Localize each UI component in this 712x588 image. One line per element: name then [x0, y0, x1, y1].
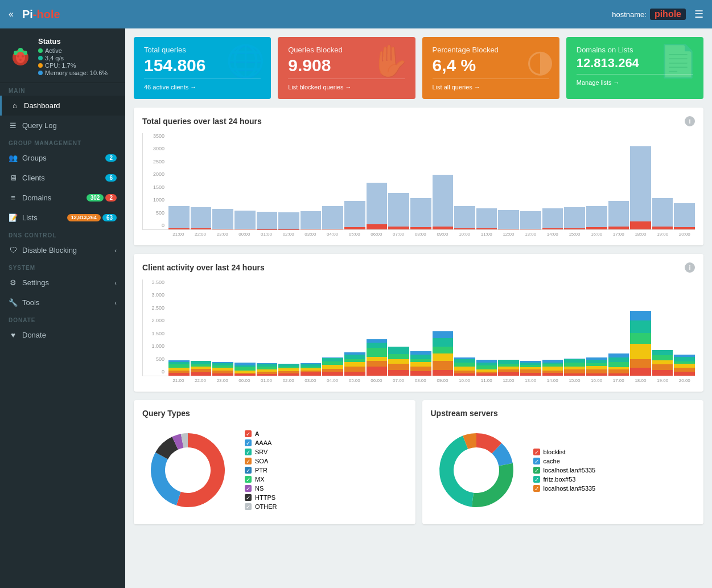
client-bar-segment [476, 365, 497, 369]
client-bar-segment [433, 338, 454, 347]
client-bar-group [257, 363, 278, 376]
sidebar-item-disable-blocking[interactable]: 🛡 Disable Blocking ‹ [0, 240, 125, 260]
bar-group [344, 201, 365, 229]
bar-normal [608, 201, 629, 227]
bar-normal [212, 209, 233, 228]
lists-icon: 📝 [9, 213, 18, 222]
client-bar-group [630, 311, 651, 376]
client-bar-segment [367, 343, 388, 348]
client-bar-segment [344, 355, 365, 359]
client-bar-group [410, 351, 431, 376]
domains-badges: 302 2 [87, 194, 117, 202]
bar-group [212, 209, 233, 229]
qps-dot [38, 56, 43, 60]
client-bar-segment [344, 372, 365, 376]
legend-color-box: ✓ [533, 485, 540, 492]
legend-label: blocklist [544, 449, 566, 455]
legend-label: SRV [255, 449, 267, 455]
dashboard-icon: ⌂ [10, 101, 19, 110]
bar-blocked [498, 229, 519, 229]
total-queries-footer[interactable]: 46 active clients → [144, 79, 261, 91]
querylog-icon: ☰ [9, 121, 18, 130]
client-bar-segment [652, 360, 673, 364]
query-types-title: Query Types [142, 409, 407, 418]
collapse-sidebar-button[interactable]: « [9, 9, 14, 19]
client-bar-segment [630, 311, 651, 320]
total-queries-title: Total queries [144, 46, 261, 54]
sidebar-item-clients[interactable]: 🖥 Clients 6 [0, 168, 125, 188]
client-bar-segment [278, 373, 299, 376]
settings-icon: ⚙ [9, 278, 18, 287]
disable-blocking-chevron: ‹ [114, 247, 117, 254]
client-bar-segment [388, 370, 409, 376]
legend-item: ✓cache [533, 458, 596, 464]
sidebar-item-lists[interactable]: 📝 Lists 12,813,264 63 [0, 208, 125, 228]
bar-normal [410, 198, 431, 227]
bar-normal [191, 207, 212, 228]
bar-blocked [476, 228, 497, 229]
legend-item: ✓A [245, 430, 277, 437]
bar-group [168, 206, 190, 229]
queries-24h-y-labels: 3500 3000 2500 2000 1500 1000 500 0 [143, 133, 167, 229]
sidebar-item-groups-label: Groups [22, 154, 47, 162]
upstream-servers-panel: Upstream servers ✓blocklist✓cache✓localh… [422, 400, 704, 524]
bar-group [498, 210, 519, 229]
status-active-label: Active [45, 47, 62, 54]
bar-blocked [433, 227, 454, 229]
status-qps-label: 3,4 q/s [45, 55, 64, 61]
client-bar-segment [388, 347, 409, 353]
client-bar-segment [652, 370, 673, 376]
sidebar-item-querylog-label: Query Log [22, 121, 57, 130]
queries-24h-chart-wrapper: 3500 3000 2500 2000 1500 1000 500 0 21:0… [142, 133, 695, 237]
client-activity-y-labels: 3.500 3.000 2.500 2.000 1.500 1.000 500 … [143, 279, 167, 376]
percentage-blocked-footer[interactable]: List all queries → [433, 79, 549, 91]
client-bar-segment [674, 368, 695, 372]
stat-card-percentage-blocked: ◑ Percentage Blocked 6,4 % List all quer… [422, 37, 559, 99]
sidebar-item-querylog[interactable]: ☰ Query Log [0, 116, 125, 135]
bar-normal [278, 212, 299, 229]
client-bar-group [344, 352, 365, 376]
main-content: 🌐 Total queries 154.806 46 active client… [125, 28, 712, 588]
legend-label: localhost.lan#5335 [544, 485, 596, 492]
client-bar-group [367, 339, 388, 376]
bar-normal [388, 193, 409, 227]
svg-point-5 [17, 55, 19, 57]
client-bar-segment [433, 347, 454, 353]
domains-badge-2: 2 [105, 194, 117, 202]
sidebar-item-tools[interactable]: 🔧 Tools ‹ [0, 293, 125, 312]
client-bar-segment [322, 358, 343, 362]
client-bar-segment [410, 362, 431, 367]
client-bar-segment [630, 359, 651, 368]
sidebar-item-groups[interactable]: 👥 Groups 2 [0, 148, 125, 168]
queries-24h-info-button[interactable]: i [685, 116, 695, 126]
disable-blocking-icon: 🛡 [9, 246, 18, 254]
bar-group [674, 203, 695, 229]
sidebar-item-domains[interactable]: ≡ Domains 302 2 [0, 188, 125, 208]
bar-group [322, 206, 343, 229]
client-activity-info-button[interactable]: i [685, 262, 695, 273]
client-bar-group [388, 347, 409, 376]
client-bar-group [168, 360, 190, 376]
sidebar-item-dashboard[interactable]: ⌂ Dashboard [0, 96, 125, 116]
client-bar-segment [454, 359, 475, 363]
queries-24h-panel: Total queries over last 24 hours i 3500 … [134, 108, 703, 245]
stat-cards: 🌐 Total queries 154.806 46 active client… [134, 37, 703, 99]
bottom-charts: Query Types ✓A✓AAAA✓SRV✓SOA✓PTR✓MX✓NS✓HT… [134, 400, 703, 524]
section-label-donate: DONATE [0, 312, 125, 325]
clients-badge: 6 [105, 174, 117, 182]
client-bar-segment [234, 374, 256, 376]
legend-item: ✓OTHER [245, 503, 277, 510]
bar-normal [367, 183, 388, 224]
client-activity-x-labels: 21:0022:0023:0000:0001:0002:0003:0004:00… [142, 378, 695, 383]
donut-segment [471, 463, 513, 507]
queries-blocked-footer[interactable]: List blocked queries → [288, 79, 405, 91]
sidebar-item-donate[interactable]: ♥ Donate [0, 325, 125, 345]
client-bar-group [476, 360, 497, 376]
bar-group [301, 211, 322, 229]
legend-item: ✓SOA [245, 458, 277, 464]
bar-group [630, 146, 651, 229]
legend-item: ✓localhost.lan#5335 [533, 467, 596, 474]
sidebar-item-settings[interactable]: ⚙ Settings ‹ [0, 273, 125, 293]
hamburger-menu-button[interactable]: ☰ [694, 8, 703, 20]
client-bar-segment [608, 373, 629, 376]
